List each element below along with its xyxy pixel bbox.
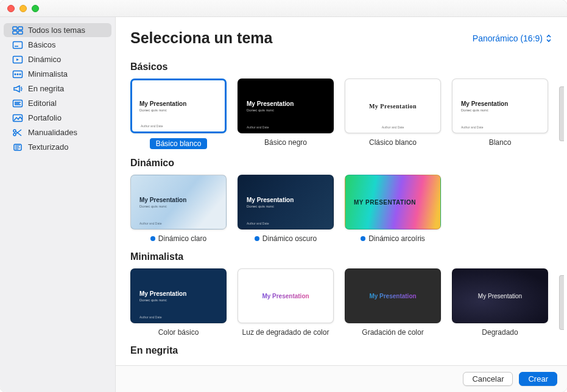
theme-label: Dinámico oscuro bbox=[255, 234, 317, 243]
theme-label: Blanco bbox=[489, 138, 512, 147]
aspect-ratio-picker[interactable]: Panorámico (16:9) bbox=[473, 33, 552, 43]
theme-thumbnail: My Presentation Donec quis nunc Author a… bbox=[130, 79, 227, 133]
dynamic-indicator-dot-icon bbox=[150, 236, 155, 241]
svg-point-8 bbox=[15, 74, 16, 75]
svg-rect-4 bbox=[13, 41, 23, 48]
theme-label: Básico negro bbox=[264, 138, 307, 147]
sidebar-item-label: Minimalista bbox=[28, 69, 68, 79]
theme-basic-white[interactable]: My Presentation Donec quis nunc Author a… bbox=[130, 79, 227, 149]
theme-label: Luz de degradado de color bbox=[242, 328, 329, 337]
up-down-chevron-icon bbox=[545, 33, 552, 43]
sidebar-item-craft[interactable]: Manualidades bbox=[4, 125, 111, 139]
sidebar-item-dynamic[interactable]: Dinámico bbox=[4, 52, 111, 66]
craft-scissors-icon bbox=[12, 128, 23, 137]
section-title-basic: Básicos bbox=[130, 61, 567, 72]
theme-dynamic-rainbow[interactable]: MY PRESENTATION Dinámico arcoíris bbox=[345, 175, 441, 243]
svg-point-9 bbox=[17, 74, 18, 75]
theme-thumbnail: My Presentation Donec quis nunc Author a… bbox=[238, 175, 334, 229]
sidebar-item-bold[interactable]: En negrita bbox=[4, 82, 111, 96]
sidebar-item-minimalist[interactable]: Minimalista bbox=[4, 67, 111, 81]
sidebar-item-label: Básicos bbox=[28, 40, 56, 49]
svg-point-10 bbox=[19, 74, 21, 75]
theme-label: Gradación de color bbox=[362, 328, 423, 337]
svg-rect-0 bbox=[13, 27, 17, 30]
minimalist-dots-icon bbox=[12, 70, 23, 79]
portfolio-image-icon bbox=[12, 114, 23, 122]
basic-slide-icon bbox=[12, 41, 23, 49]
theme-thumbnail: My Presentation bbox=[452, 268, 548, 323]
themes-scroll-area[interactable]: Básicos My Presentation Donec quis nunc … bbox=[116, 53, 567, 365]
theme-overflow-peek bbox=[559, 86, 564, 141]
svg-rect-1 bbox=[18, 27, 23, 30]
theme-label: Dinámico claro bbox=[150, 234, 206, 243]
sidebar-item-editorial[interactable]: Editorial bbox=[4, 96, 111, 110]
theme-thumbnail: My Presentation Author and Date bbox=[345, 79, 441, 133]
svg-rect-2 bbox=[13, 31, 17, 34]
theme-row-minimalist: My Presentation Donec quis nunc Author a… bbox=[130, 268, 567, 337]
theme-overflow-peek bbox=[559, 275, 564, 330]
sidebar-item-textured[interactable]: Texturizado bbox=[4, 140, 111, 154]
sidebar-item-label: Editorial bbox=[28, 99, 57, 108]
theme-thumbnail: My Presentation bbox=[238, 268, 334, 323]
theme-gradient-dark[interactable]: My Presentation Gradación de color bbox=[345, 268, 441, 337]
theme-row-basic: My Presentation Donec quis nunc Author a… bbox=[130, 79, 567, 149]
dynamic-indicator-dot-icon bbox=[361, 236, 365, 241]
sidebar-item-label: Todos los temas bbox=[28, 26, 85, 35]
sidebar-item-basic[interactable]: Básicos bbox=[4, 38, 111, 52]
bold-megaphone-icon bbox=[12, 85, 23, 93]
theme-degradado[interactable]: My Presentation Degradado bbox=[452, 268, 548, 337]
textured-swatch-icon bbox=[12, 143, 23, 152]
dialog-footer: Cancelar Crear bbox=[116, 365, 567, 392]
all-themes-grid-icon bbox=[12, 26, 23, 35]
theme-thumbnail: My Presentation bbox=[345, 268, 441, 323]
category-sidebar: Todos los temas Básicos Dinámico Minimal… bbox=[0, 17, 116, 392]
svg-rect-3 bbox=[18, 31, 23, 34]
sidebar-item-label: Texturizado bbox=[28, 142, 68, 152]
section-title-dynamic: Dinámico bbox=[130, 158, 567, 169]
create-button[interactable]: Crear bbox=[519, 372, 557, 386]
close-window-button[interactable] bbox=[7, 5, 15, 12]
sidebar-item-portfolio[interactable]: Portafolio bbox=[4, 111, 111, 125]
theme-thumbnail: My Presentation Donec quis nunc Author a… bbox=[130, 175, 227, 229]
theme-basic-black[interactable]: My Presentation Donec quis nunc Author a… bbox=[238, 79, 334, 149]
sidebar-item-label: Dinámico bbox=[28, 55, 61, 64]
theme-classic-white[interactable]: My Presentation Author and Date Clásico … bbox=[345, 79, 441, 149]
sidebar-item-label: Manualidades bbox=[28, 128, 77, 137]
theme-thumbnail: MY PRESENTATION bbox=[345, 175, 441, 229]
theme-dynamic-dark[interactable]: My Presentation Donec quis nunc Author a… bbox=[238, 175, 334, 243]
section-title-bold: En negrita bbox=[130, 345, 567, 356]
aspect-ratio-label: Panorámico (16:9) bbox=[473, 33, 543, 43]
theme-thumbnail: My Presentation Donec quis nunc Author a… bbox=[130, 268, 227, 323]
theme-label: Color básico bbox=[158, 328, 199, 337]
dynamic-play-icon bbox=[12, 55, 23, 64]
zoom-window-button[interactable] bbox=[32, 5, 39, 12]
theme-color-basic[interactable]: My Presentation Donec quis nunc Author a… bbox=[130, 268, 227, 337]
section-title-minimalist: Minimalista bbox=[130, 251, 567, 262]
theme-row-dynamic: My Presentation Donec quis nunc Author a… bbox=[130, 175, 567, 243]
theme-thumbnail: My Presentation Donec quis nunc Author a… bbox=[238, 79, 334, 133]
theme-label: Degradado bbox=[482, 328, 518, 337]
theme-dynamic-light[interactable]: My Presentation Donec quis nunc Author a… bbox=[130, 175, 227, 243]
theme-label: Clásico blanco bbox=[369, 138, 417, 147]
page-title: Selecciona un tema bbox=[130, 29, 272, 47]
theme-label: Dinámico arcoíris bbox=[361, 234, 425, 243]
theme-gradient-light[interactable]: My Presentation Luz de degradado de colo… bbox=[238, 268, 334, 337]
svg-point-17 bbox=[13, 133, 16, 136]
editorial-text-icon bbox=[12, 99, 23, 108]
minimize-window-button[interactable] bbox=[19, 5, 27, 12]
sidebar-item-label: En negrita bbox=[28, 84, 64, 93]
theme-label: Básico blanco bbox=[150, 138, 208, 149]
cancel-button[interactable]: Cancelar bbox=[463, 372, 513, 386]
dynamic-indicator-dot-icon bbox=[255, 236, 259, 241]
theme-white[interactable]: My Presentation Donec quis nunc Author a… bbox=[452, 79, 548, 149]
window-traffic-lights bbox=[7, 5, 39, 12]
sidebar-item-all-themes[interactable]: Todos los temas bbox=[4, 23, 111, 37]
theme-thumbnail: My Presentation Donec quis nunc Author a… bbox=[452, 79, 548, 133]
sidebar-item-label: Portafolio bbox=[28, 113, 62, 122]
svg-point-16 bbox=[13, 130, 16, 132]
window-titlebar bbox=[0, 0, 567, 17]
